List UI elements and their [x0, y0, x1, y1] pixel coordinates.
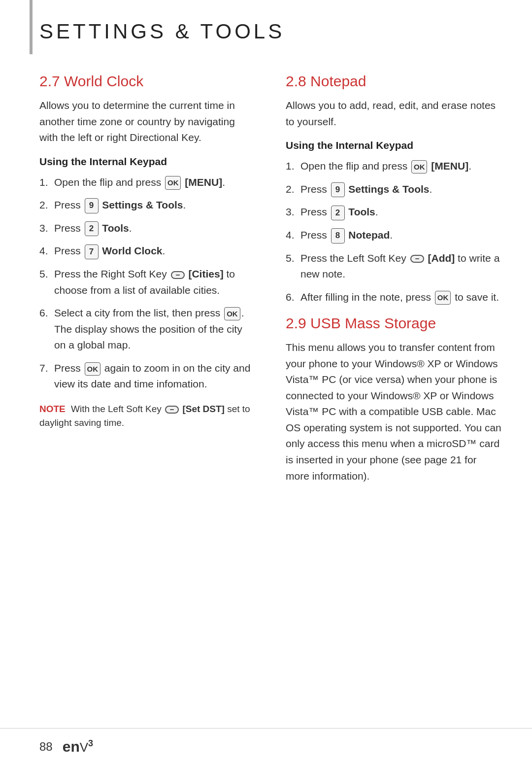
step-2: 2. Press 9 Settings & Tools.: [39, 197, 256, 213]
key-9-n: 9: [331, 182, 345, 197]
brand-sup: 3: [88, 738, 93, 748]
key-2: 2: [85, 221, 99, 236]
notepad-step-4-num: 4.: [286, 227, 295, 243]
notepad-step-1: 1. Open the flip and press OK [MENU].: [286, 158, 502, 174]
brand-v: V: [80, 740, 88, 755]
key-8-n: 8: [331, 228, 345, 243]
page-title: SETTINGS & TOOLS: [39, 20, 498, 43]
left-softkey-icon-add: [410, 255, 424, 263]
section-title-usb: 2.9 USB Mass Storage: [286, 315, 502, 332]
notepad-step-6-num: 6.: [286, 289, 295, 306]
step-7: 7. Press OK again to zoom in on the city…: [39, 360, 256, 392]
page-header: SETTINGS & TOOLS: [0, 0, 532, 58]
ok-key-7: OK: [85, 362, 101, 376]
footer-brand: enV3: [63, 738, 93, 755]
col-left: 2.7 World Clock Allows you to determine …: [39, 73, 256, 494]
notepad-intro: Allows you to add, read, edit, and erase…: [286, 98, 502, 130]
notepad-steps: 1. Open the flip and press OK [MENU]. 2.…: [286, 158, 502, 305]
worldclock-keypad-heading: Using the Internal Keypad: [39, 156, 256, 168]
brand-text: enV3: [63, 738, 93, 755]
step-7-num: 7.: [39, 360, 48, 377]
step-5: 5. Press the Right Soft Key [Cities] to …: [39, 266, 256, 298]
step-6-num: 6.: [39, 305, 48, 321]
notepad-step-4: 4. Press 8 Notepad.: [286, 227, 502, 243]
worldclock-intro: Allows you to determine the current time…: [39, 98, 256, 146]
notepad-step-2: 2. Press 9 Settings & Tools.: [286, 181, 502, 198]
right-softkey-icon: [171, 271, 185, 279]
step-3-num: 3.: [39, 220, 48, 237]
notepad-step-6: 6. After filling in the note, press OK t…: [286, 289, 502, 306]
step-3: 3. Press 2 Tools.: [39, 220, 256, 237]
step-1: 1. Open the flip and press OK [MENU].: [39, 174, 256, 191]
step-2-num: 2.: [39, 197, 48, 213]
step-1-num: 1.: [39, 174, 48, 191]
note-block: NOTE With the Left Soft Key [Set DST] se…: [39, 402, 256, 430]
note-label: NOTE: [39, 404, 66, 414]
key-7: 7: [85, 244, 99, 259]
step-6: 6. Select a city from the list, then pre…: [39, 305, 256, 353]
step-5-num: 5.: [39, 266, 48, 282]
notepad-step-3-num: 3.: [286, 204, 295, 220]
left-softkey-icon-note: [165, 406, 179, 414]
notepad-step-1-num: 1.: [286, 158, 295, 174]
section-title-worldclock: 2.7 World Clock: [39, 73, 256, 90]
note-text: With the Left Soft Key [Set DST] set to …: [39, 404, 250, 428]
left-accent-bar: [30, 0, 33, 54]
page-container: SETTINGS & TOOLS 2.7 World Clock Allows …: [0, 0, 532, 765]
worldclock-steps: 1. Open the flip and press OK [MENU]. 2.…: [39, 174, 256, 392]
notepad-step-5-num: 5.: [286, 250, 295, 267]
step-4: 4. Press 7 World Clock.: [39, 243, 256, 259]
section-title-notepad: 2.8 Notepad: [286, 73, 502, 90]
notepad-step-5: 5. Press the Left Soft Key [Add] to writ…: [286, 250, 502, 282]
notepad-keypad-heading: Using the Internal Keypad: [286, 139, 502, 151]
ok-key-6: OK: [224, 307, 240, 320]
footer-page-number: 88: [39, 740, 53, 754]
content-area: 2.7 World Clock Allows you to determine …: [0, 58, 532, 494]
notepad-step-3: 3. Press 2 Tools.: [286, 204, 502, 220]
usb-intro: This menu allows you to transfer content…: [286, 340, 502, 484]
key-2-n: 2: [331, 206, 345, 220]
ok-key-n6: OK: [435, 291, 451, 304]
ok-key-1: OK: [165, 176, 181, 189]
ok-key-n1: OK: [411, 160, 428, 174]
notepad-step-2-num: 2.: [286, 181, 295, 198]
step-4-num: 4.: [39, 243, 48, 259]
col-right: 2.8 Notepad Allows you to add, read, edi…: [286, 73, 502, 494]
key-9: 9: [85, 198, 99, 213]
page-footer: 88 enV3: [0, 728, 532, 765]
